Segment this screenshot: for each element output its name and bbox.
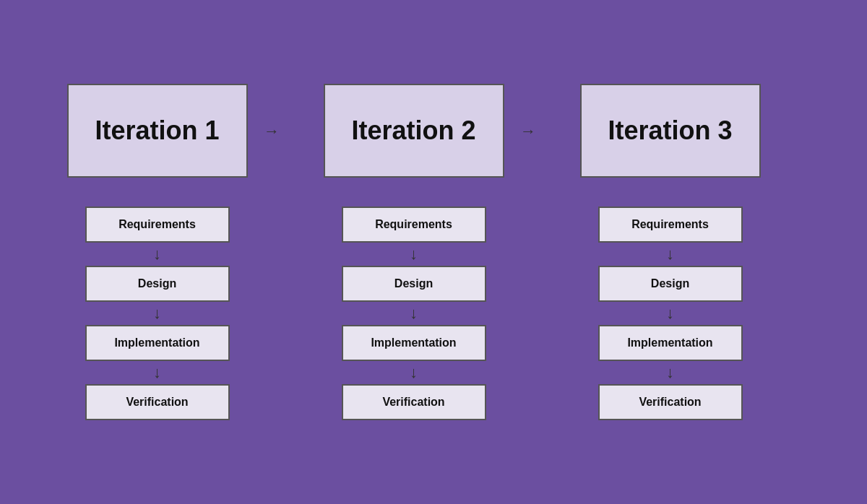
iteration-2-box: Iteration 2 — [324, 84, 504, 178]
arrow-down-3b: ↓ — [666, 302, 674, 325]
iteration-2-step-requirements: Requirements — [342, 207, 486, 243]
iteration-2-steps: Requirements ↓ Design ↓ Implementation ↓… — [307, 207, 520, 420]
iteration-1-step-design: Design — [85, 266, 230, 302]
arrow-down-2c: ↓ — [410, 361, 418, 384]
iteration-3-steps: Requirements ↓ Design ↓ Implementation ↓… — [564, 207, 777, 420]
iteration-2-column: Iteration 2 Requirements ↓ Design ↓ Impl… — [307, 84, 520, 420]
iteration-3-step-verification: Verification — [598, 384, 743, 420]
iteration-1-step-requirements: Requirements — [85, 207, 230, 243]
arrow-down-3c: ↓ — [666, 361, 674, 384]
arrow-down-1a: ↓ — [153, 243, 161, 266]
iteration-1-step-implementation: Implementation — [85, 325, 230, 361]
arrow-down-3a: ↓ — [666, 243, 674, 266]
iteration-2-step-design: Design — [342, 266, 486, 302]
diagram: Iteration 1 Requirements ↓ Design ↓ Impl… — [51, 84, 816, 420]
iteration-2-step-implementation: Implementation — [342, 325, 486, 361]
arrow-down-1b: ↓ — [153, 302, 161, 325]
arrow-down-1c: ↓ — [153, 361, 161, 384]
iteration-1-title: Iteration 1 — [95, 116, 219, 146]
diagram-wrapper: Iteration 1 Requirements ↓ Design ↓ Impl… — [51, 84, 816, 420]
iteration-3-step-implementation: Implementation — [598, 325, 743, 361]
iteration-1-column: Iteration 1 Requirements ↓ Design ↓ Impl… — [51, 84, 264, 420]
iteration-2-title: Iteration 2 — [351, 116, 475, 146]
h-arrow-1-2: → — [264, 84, 307, 139]
iteration-3-step-requirements: Requirements — [598, 207, 743, 243]
iteration-3-step-design: Design — [598, 266, 743, 302]
iteration-1-box: Iteration 1 — [67, 84, 248, 178]
iteration-1-step-verification: Verification — [85, 384, 230, 420]
iteration-1-steps: Requirements ↓ Design ↓ Implementation ↓… — [51, 207, 264, 420]
iteration-3-title: Iteration 3 — [608, 116, 732, 146]
iteration-3-box: Iteration 3 — [580, 84, 761, 178]
iteration-3-column: Iteration 3 Requirements ↓ Design ↓ Impl… — [564, 84, 777, 420]
iteration-2-step-verification: Verification — [342, 384, 486, 420]
arrow-down-2a: ↓ — [410, 243, 418, 266]
h-arrow-2-3: → — [520, 84, 564, 139]
arrow-down-2b: ↓ — [410, 302, 418, 325]
